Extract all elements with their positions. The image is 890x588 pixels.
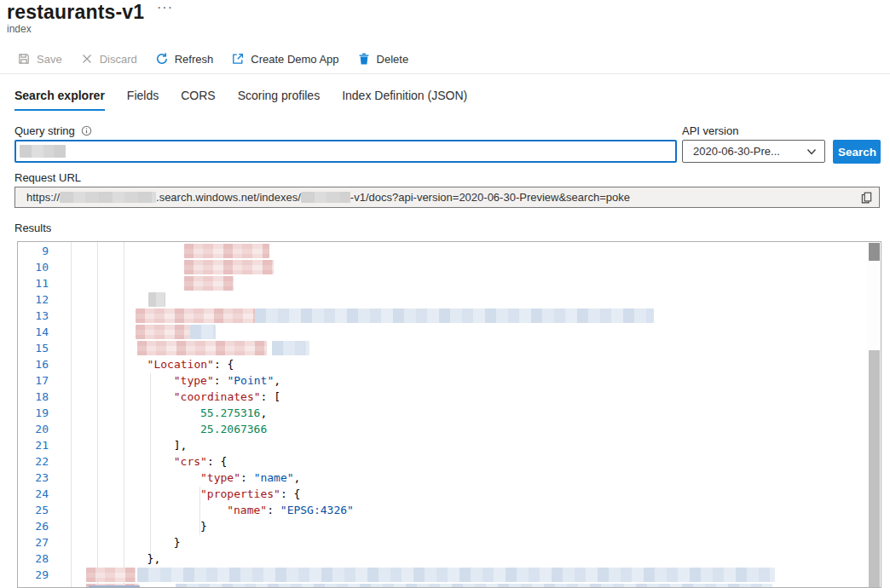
code-line: 14 — [18, 324, 881, 340]
code-text: "coordinates": [ — [174, 389, 280, 405]
redacted-blur — [255, 308, 654, 323]
code-line: 21], — [18, 437, 881, 453]
code-line: 27} — [18, 534, 881, 551]
url-mid: .search.windows.net/indexes/ — [156, 191, 301, 204]
code-line: 28}, — [18, 551, 881, 567]
line-number: 30 — [18, 583, 49, 588]
discard-label: Discard — [100, 53, 137, 66]
search-button[interactable]: Search — [833, 140, 881, 164]
line-number: 17 — [18, 372, 49, 389]
api-version-selected: 2020-06-30-Pre... — [693, 145, 780, 158]
line-number: 27 — [18, 534, 49, 551]
code-text: ], — [174, 437, 188, 453]
scrollbar-thumb[interactable] — [869, 243, 880, 261]
code-line: 24"properties": { — [18, 486, 881, 502]
refresh-button[interactable]: Refresh — [155, 52, 214, 66]
scrollbar-thumb-secondary[interactable] — [869, 350, 880, 587]
save-button[interactable]: Save — [17, 52, 62, 66]
save-icon — [17, 52, 31, 66]
redacted-blur — [148, 292, 165, 307]
url-prefix: https:// — [26, 191, 60, 204]
line-number: 13 — [18, 308, 49, 324]
line-number: 19 — [18, 405, 49, 421]
query-string-label-row: Query string — [14, 124, 92, 137]
refresh-label: Refresh — [175, 53, 214, 66]
redacted-query-text — [20, 145, 66, 158]
save-label: Save — [37, 53, 62, 66]
request-url-field: https://.search.windows.net/indexes/-v1/… — [14, 187, 880, 208]
editor-scrollbar[interactable] — [867, 242, 880, 587]
redacted-blur — [136, 325, 190, 339]
results-label: Results — [14, 222, 51, 234]
line-number: 24 — [18, 486, 49, 502]
api-version-select[interactable]: 2020-06-30-Pre... — [682, 140, 825, 163]
code-line: 30 — [18, 583, 881, 588]
redacted-blur — [272, 341, 309, 355]
page-title: restaurants-v1 — [7, 1, 144, 24]
trash-icon — [357, 52, 371, 66]
redacted-blur — [86, 568, 136, 582]
toolbar-divider — [0, 73, 890, 74]
code-line: 25"name": "EPSG:4326" — [18, 502, 881, 518]
redacted-blur — [136, 308, 255, 323]
code-line: 17"type": "Point", — [18, 372, 881, 389]
command-bar: Save Discard Refresh Create Demo App Del… — [17, 48, 426, 70]
line-number: 26 — [18, 518, 49, 534]
copy-icon[interactable] — [860, 191, 873, 205]
code-line: 23"type": "name", — [18, 470, 881, 486]
api-version-label: API version — [682, 124, 738, 137]
discard-icon — [80, 52, 94, 66]
redacted-index-name — [301, 192, 350, 203]
line-number: 18 — [18, 389, 49, 405]
line-number: 23 — [18, 470, 49, 486]
create-demo-app-button[interactable]: Create Demo App — [231, 52, 338, 66]
url-suffix: -v1/docs?api-version=2020-06-30-Preview&… — [350, 191, 630, 204]
results-json-editor[interactable]: 910111213141516"Location": {17"type": "P… — [17, 241, 881, 588]
redacted-blur — [184, 260, 274, 274]
code-line: 29 — [18, 567, 881, 583]
line-number: 10 — [18, 259, 49, 275]
redacted-blur — [137, 341, 267, 355]
results-code-lines: 910111213141516"Location": {17"type": "P… — [18, 243, 881, 588]
query-string-input[interactable] — [14, 140, 677, 163]
tab-search-explorer[interactable]: Search explorer — [14, 89, 105, 111]
line-number: 16 — [18, 356, 49, 372]
delete-label: Delete — [377, 53, 409, 66]
line-number: 12 — [18, 291, 49, 308]
line-number: 11 — [18, 275, 49, 291]
page-subtitle: index — [7, 23, 32, 35]
code-text: }, — [147, 551, 161, 567]
open-in-new-window-icon — [231, 52, 245, 66]
code-text: "name": "EPSG:4326" — [227, 502, 354, 518]
code-text: "type": "name", — [200, 470, 300, 486]
line-number: 9 — [18, 243, 49, 259]
code-line: 22"crs": { — [18, 453, 881, 470]
tab-scoring-profiles[interactable]: Scoring profiles — [238, 89, 321, 111]
tab-cors[interactable]: CORS — [181, 89, 215, 111]
query-string-field — [14, 140, 677, 163]
line-number: 21 — [18, 437, 49, 453]
discard-button[interactable]: Discard — [80, 52, 137, 66]
code-line: 26} — [18, 518, 881, 534]
code-line: 15 — [18, 340, 881, 356]
tab-index-definition-json[interactable]: Index Definition (JSON) — [342, 89, 467, 111]
line-number: 25 — [18, 502, 49, 518]
code-text: "type": "Point", — [174, 372, 280, 389]
line-number: 14 — [18, 324, 49, 340]
line-number: 29 — [18, 567, 49, 583]
line-number: 15 — [18, 340, 49, 356]
code-text: "properties": { — [200, 486, 300, 502]
code-line: 1955.275316, — [18, 405, 881, 421]
code-line: 13 — [18, 308, 881, 324]
redacted-blur — [184, 244, 269, 258]
more-options-button[interactable]: ··· — [157, 0, 173, 15]
line-number: 28 — [18, 551, 49, 567]
code-line: 11 — [18, 275, 881, 291]
line-number: 22 — [18, 453, 49, 470]
line-number: 20 — [18, 421, 49, 437]
tab-fields[interactable]: Fields — [127, 89, 159, 111]
code-text: 55.275316, — [200, 405, 267, 421]
info-icon[interactable] — [81, 125, 92, 136]
delete-button[interactable]: Delete — [357, 52, 409, 66]
request-url-label: Request URL — [14, 171, 81, 184]
